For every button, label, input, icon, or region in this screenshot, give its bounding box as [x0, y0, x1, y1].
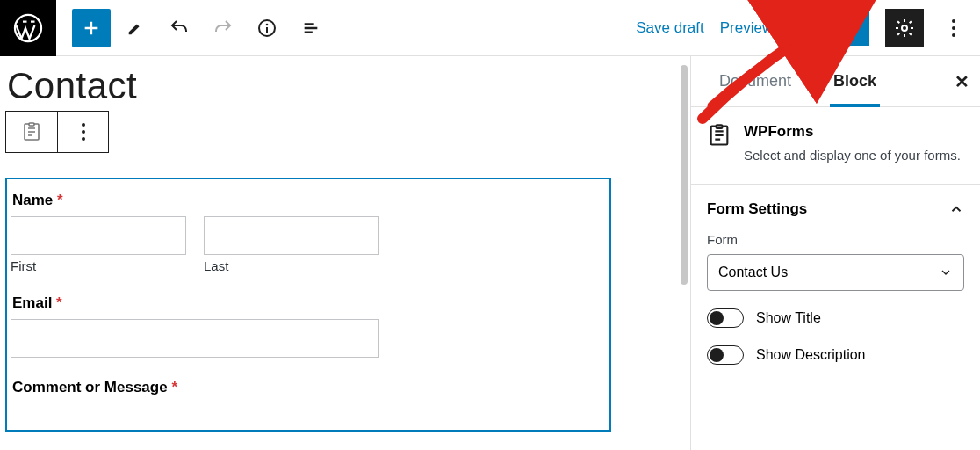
block-name: WPForms: [744, 123, 961, 141]
form-icon: [21, 121, 42, 142]
preview-button[interactable]: Preview: [720, 19, 773, 37]
form-select-label: Form: [707, 232, 964, 247]
wordpress-logo[interactable]: [0, 0, 56, 56]
edit-mode-button[interactable]: [116, 9, 155, 47]
add-block-button[interactable]: [72, 9, 111, 47]
wordpress-icon: [12, 12, 44, 44]
gear-icon: [894, 18, 915, 39]
dot-icon: [952, 33, 955, 37]
outline-button[interactable]: [292, 9, 330, 47]
block-type-button[interactable]: [6, 112, 57, 152]
settings-sidebar: Document Block ✕ WPForms Select and disp…: [690, 56, 980, 450]
redo-button[interactable]: [204, 9, 242, 47]
form-block[interactable]: Name * First Last Email * Comment: [5, 178, 611, 432]
block-toolbar: [5, 111, 109, 153]
form-select[interactable]: Contact Us: [707, 254, 964, 291]
list-icon: [301, 18, 321, 38]
svg-point-2: [266, 23, 269, 25]
first-name-input[interactable]: [11, 216, 186, 255]
svg-rect-6: [29, 123, 34, 126]
editor-canvas[interactable]: Contact Name * First Last: [0, 56, 690, 450]
editor-body: Contact Name * First Last: [0, 56, 980, 450]
scrollbar[interactable]: [681, 65, 688, 285]
form-settings-panel: Form Contact Us Show Title Show Descript…: [691, 225, 980, 384]
toolbar-right-group: Save draft Preview Publish: [636, 9, 980, 47]
editor-toolbar: Save draft Preview Publish: [0, 0, 980, 56]
undo-icon: [169, 18, 190, 39]
dot-icon: [952, 19, 955, 23]
settings-button[interactable]: [885, 9, 924, 47]
svg-rect-8: [717, 125, 723, 128]
toggle-switch[interactable]: [707, 308, 744, 328]
toggle-label: Show Title: [756, 310, 821, 326]
page-title[interactable]: Contact: [7, 65, 690, 107]
toggle-show-title[interactable]: Show Title: [707, 308, 964, 328]
close-sidebar-button[interactable]: ✕: [955, 71, 969, 92]
chevron-up-icon: [948, 201, 964, 217]
chevron-down-icon: [939, 265, 953, 279]
undo-button[interactable]: [160, 9, 198, 47]
info-button[interactable]: [248, 9, 286, 47]
pencil-icon: [126, 18, 145, 38]
field-label: Comment or Message *: [12, 379, 606, 396]
block-more-button[interactable]: [57, 112, 108, 152]
field-name: Name * First Last: [11, 192, 606, 273]
last-name-input[interactable]: [204, 216, 379, 255]
toggle-switch[interactable]: [707, 345, 744, 365]
toolbar-left-group: [56, 9, 330, 47]
field-comment: Comment or Message *: [11, 379, 606, 396]
email-input[interactable]: [11, 319, 379, 358]
tab-document[interactable]: Document: [719, 72, 791, 91]
field-email: Email *: [11, 294, 606, 358]
redo-icon: [213, 18, 234, 39]
svg-rect-3: [266, 27, 268, 33]
field-label: Name *: [12, 192, 606, 209]
form-settings-header[interactable]: Form Settings: [691, 185, 980, 225]
block-info-section: WPForms Select and display one of your f…: [691, 107, 980, 185]
last-name-sublabel: Last: [204, 258, 379, 273]
tab-block[interactable]: Block: [833, 72, 876, 91]
toggle-show-description[interactable]: Show Description: [707, 345, 964, 365]
more-options-button[interactable]: [940, 9, 968, 47]
plus-icon: [82, 18, 101, 38]
toggle-label: Show Description: [756, 347, 866, 363]
first-name-sublabel: First: [11, 258, 186, 273]
field-label: Email *: [12, 294, 606, 312]
form-icon: [707, 123, 731, 148]
info-icon: [256, 18, 277, 39]
block-description: Select and display one of your forms.: [744, 146, 961, 164]
dot-icon: [952, 26, 955, 30]
sidebar-tabs: Document Block ✕: [691, 56, 980, 107]
publish-button[interactable]: Publish: [789, 11, 869, 46]
save-draft-button[interactable]: Save draft: [636, 19, 704, 37]
svg-point-4: [902, 25, 907, 31]
